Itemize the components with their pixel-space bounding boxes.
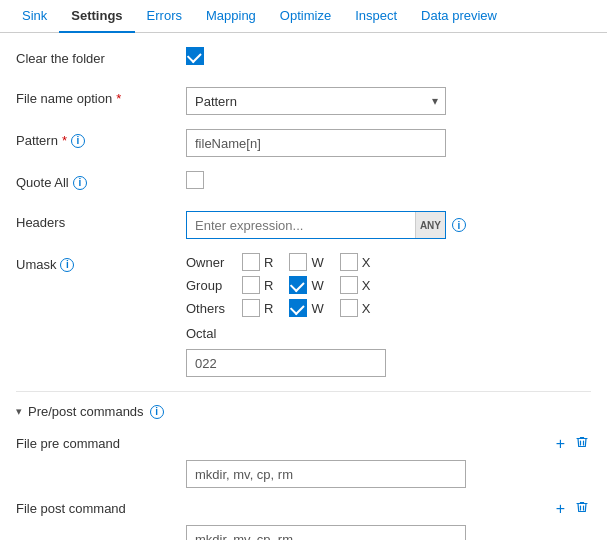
headers-any-badge: ANY <box>415 212 445 238</box>
umask-others-label: Others <box>186 301 236 316</box>
tab-inspect[interactable]: Inspect <box>343 0 409 32</box>
umask-others-x-group: X <box>340 299 371 317</box>
umask-group-x-group: X <box>340 276 371 294</box>
umask-group-x-checkbox[interactable] <box>340 276 358 294</box>
tab-bar: Sink Settings Errors Mapping Optimize In… <box>0 0 607 33</box>
umask-others-x-checkbox[interactable] <box>340 299 358 317</box>
file-post-command-input-row <box>186 525 591 540</box>
file-post-command-delete-button[interactable] <box>573 498 591 519</box>
umask-others-w-label: W <box>311 301 323 316</box>
pattern-row: Pattern * i <box>16 129 591 157</box>
umask-others-r-group: R <box>242 299 273 317</box>
umask-others-x-label: X <box>362 301 371 316</box>
umask-others-row: Others R W X <box>186 299 386 317</box>
tab-sink[interactable]: Sink <box>10 0 59 32</box>
umask-owner-w-group: W <box>289 253 323 271</box>
umask-owner-r-label: R <box>264 255 273 270</box>
umask-info-icon[interactable]: i <box>60 258 74 272</box>
pattern-input[interactable] <box>186 129 446 157</box>
umask-owner-w-label: W <box>311 255 323 270</box>
umask-owner-x-group: X <box>340 253 371 271</box>
file-pre-command-label: File pre command <box>16 436 186 451</box>
file-pre-command-input-row <box>186 460 591 488</box>
umask-group-r-checkbox[interactable] <box>242 276 260 294</box>
umask-others-r-checkbox[interactable] <box>242 299 260 317</box>
quote-all-row: Quote All i <box>16 171 591 197</box>
umask-owner-w-checkbox[interactable] <box>289 253 307 271</box>
pattern-label: Pattern * i <box>16 129 186 148</box>
headers-row: Headers ANY i <box>16 211 591 239</box>
tab-errors[interactable]: Errors <box>135 0 194 32</box>
umask-group-w-label: W <box>311 278 323 293</box>
file-pre-command-add-button[interactable]: + <box>554 434 567 454</box>
headers-control: ANY i <box>186 211 591 239</box>
umask-owner-label: Owner <box>186 255 236 270</box>
umask-group-row: Group R W X <box>186 276 386 294</box>
umask-owner-x-checkbox[interactable] <box>340 253 358 271</box>
umask-group-w-group: W <box>289 276 323 294</box>
pre-post-commands-header: ▾ Pre/post commands i <box>16 404 591 419</box>
umask-group-x-label: X <box>362 278 371 293</box>
pattern-info-icon[interactable]: i <box>71 134 85 148</box>
divider-1 <box>16 391 591 392</box>
umask-label: Umask i <box>16 253 186 272</box>
file-pre-command-input[interactable] <box>186 460 466 488</box>
octal-input[interactable] <box>186 349 386 377</box>
tab-mapping[interactable]: Mapping <box>194 0 268 32</box>
tab-settings[interactable]: Settings <box>59 0 134 33</box>
file-name-option-required: * <box>116 91 121 106</box>
file-post-command-row: File post command + <box>16 498 591 519</box>
pre-post-info-icon[interactable]: i <box>150 405 164 419</box>
umask-group-w-checkbox[interactable] <box>289 276 307 294</box>
headers-expression-wrapper: ANY <box>186 211 446 239</box>
clear-folder-row: Clear the folder <box>16 47 591 73</box>
file-name-option-row: File name option * Pattern Custom Auto <box>16 87 591 115</box>
quote-all-label: Quote All i <box>16 171 186 190</box>
umask-others-w-group: W <box>289 299 323 317</box>
tab-optimize[interactable]: Optimize <box>268 0 343 32</box>
umask-group-label: Group <box>186 278 236 293</box>
quote-all-checkbox[interactable] <box>186 171 204 189</box>
quote-all-control <box>186 171 591 189</box>
umask-owner-x-label: X <box>362 255 371 270</box>
clear-folder-control <box>186 47 591 65</box>
umask-group-r-group: R <box>242 276 273 294</box>
umask-grid: Owner R W X Group <box>186 253 386 377</box>
file-name-option-control: Pattern Custom Auto <box>186 87 591 115</box>
file-post-command-actions: + <box>554 498 591 519</box>
umask-control: Owner R W X Group <box>186 253 591 377</box>
headers-info-icon[interactable]: i <box>452 218 466 232</box>
file-post-command-input[interactable] <box>186 525 466 540</box>
settings-content: Clear the folder File name option * Patt… <box>0 33 607 540</box>
umask-group-r-label: R <box>264 278 273 293</box>
octal-section: Octal <box>186 326 386 377</box>
clear-folder-label: Clear the folder <box>16 47 186 66</box>
pattern-control <box>186 129 591 157</box>
umask-owner-r-group: R <box>242 253 273 271</box>
umask-others-r-label: R <box>264 301 273 316</box>
umask-others-w-checkbox[interactable] <box>289 299 307 317</box>
file-name-option-select[interactable]: Pattern Custom Auto <box>186 87 446 115</box>
clear-folder-checkbox[interactable] <box>186 47 204 65</box>
headers-expression-input[interactable] <box>187 218 415 233</box>
quote-all-info-icon[interactable]: i <box>73 176 87 190</box>
umask-owner-row: Owner R W X <box>186 253 386 271</box>
tab-data-preview[interactable]: Data preview <box>409 0 509 32</box>
file-pre-command-row: File pre command + <box>16 433 591 454</box>
pattern-required: * <box>62 133 67 148</box>
file-post-command-label: File post command <box>16 501 186 516</box>
octal-label: Octal <box>186 326 386 341</box>
headers-label: Headers <box>16 211 186 230</box>
file-pre-command-actions: + <box>554 433 591 454</box>
file-pre-command-delete-button[interactable] <box>573 433 591 454</box>
file-name-option-label: File name option * <box>16 87 186 106</box>
umask-row: Umask i Owner R W X <box>16 253 591 377</box>
umask-owner-r-checkbox[interactable] <box>242 253 260 271</box>
file-name-option-select-wrapper: Pattern Custom Auto <box>186 87 446 115</box>
file-post-command-add-button[interactable]: + <box>554 499 567 519</box>
pre-post-chevron-icon[interactable]: ▾ <box>16 405 22 418</box>
